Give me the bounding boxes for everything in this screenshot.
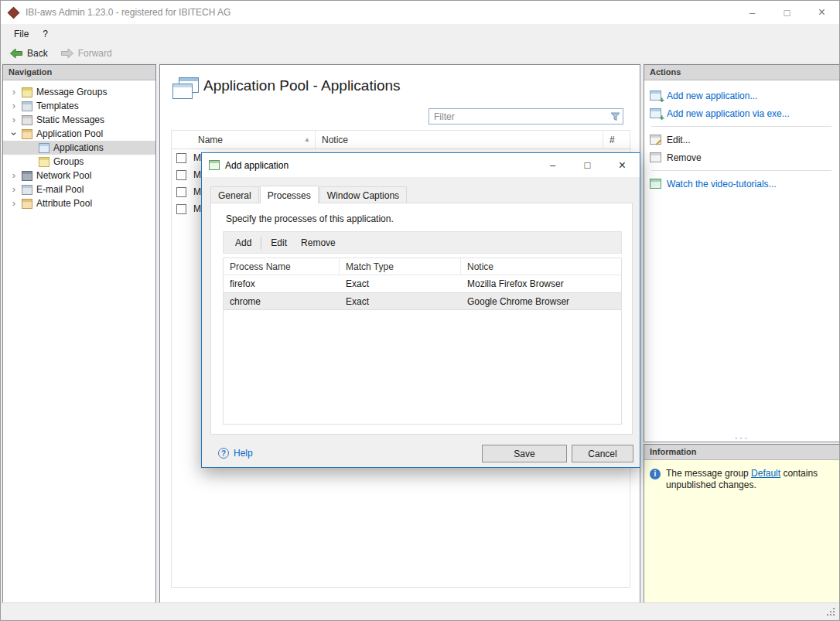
dialog-close-button[interactable]: ×	[605, 153, 640, 177]
filter-funnel-icon[interactable]	[607, 112, 623, 121]
chevron-right-icon[interactable]	[8, 86, 20, 98]
column-header-match-type[interactable]: Match Type	[340, 258, 461, 275]
splitter-handle[interactable]: ···	[735, 434, 750, 442]
list-header: Name ▲ Notice #	[172, 131, 630, 149]
chevron-down-icon[interactable]	[8, 128, 20, 140]
chevron-right-icon[interactable]	[8, 114, 20, 126]
tree-item-applications[interactable]: Applications	[3, 141, 155, 155]
dialog-minimize-button[interactable]: –	[535, 153, 570, 177]
forward-arrow-icon	[60, 48, 74, 59]
applications-page-icon	[172, 77, 199, 99]
filter-box	[429, 108, 623, 125]
notice-cell: Mozilla Firefox Browser	[461, 278, 621, 289]
action-edit[interactable]: Edit...	[650, 131, 839, 148]
attribute-pool-icon	[22, 199, 32, 209]
back-arrow-icon	[9, 48, 23, 59]
tree-item-label: Application Pool	[36, 128, 103, 139]
row-checkbox[interactable]	[176, 204, 186, 214]
default-message-group-link[interactable]: Default	[751, 468, 780, 479]
notice-cell: Google Chrome Browser	[461, 296, 621, 307]
forward-button[interactable]: Forward	[56, 46, 119, 61]
process-row-firefox[interactable]: firefox Exact Mozilla Firefox Browser	[224, 275, 621, 292]
dialog-tabs: General Processes Window Captions	[210, 186, 408, 203]
information-body: i The message group Default contains unp…	[644, 460, 839, 491]
column-header-name[interactable]: Name ▲	[192, 131, 316, 148]
row-checkbox[interactable]	[176, 153, 186, 163]
remove-process-button[interactable]: Remove	[294, 234, 343, 251]
tree-item-label: Message Groups	[36, 87, 107, 97]
info-icon: i	[650, 469, 661, 479]
toolbar-separator	[261, 237, 261, 249]
action-label: Remove	[667, 152, 702, 163]
action-add-new-application-via-exe[interactable]: Add new application via exe...	[650, 104, 839, 122]
email-pool-icon	[22, 185, 32, 195]
row-name: M	[193, 186, 201, 197]
row-checkbox[interactable]	[176, 170, 186, 180]
applications-icon	[39, 143, 50, 153]
tab-processes[interactable]: Processes	[260, 186, 319, 203]
actions-list: Add new application... Add new applicati…	[644, 80, 839, 193]
action-add-new-application[interactable]: Add new application...	[650, 87, 839, 104]
tree-item-label: Static Messages	[36, 114, 104, 125]
help-link[interactable]: ? Help	[218, 448, 253, 459]
dialog-maximize-button[interactable]: □	[570, 153, 605, 177]
chevron-right-icon[interactable]	[8, 100, 20, 112]
navigation-tree: Message Groups Templates Static Messages…	[3, 80, 155, 210]
tree-item-templates[interactable]: Templates	[3, 99, 155, 113]
add-application-icon	[650, 90, 661, 101]
action-watch-video-tutorials[interactable]: Watch the video-tutorials...	[650, 175, 839, 193]
process-row-chrome[interactable]: chrome Exact Google Chrome Browser	[224, 292, 621, 310]
status-bar	[1, 602, 839, 620]
tree-item-label: Applications	[53, 142, 104, 153]
close-button[interactable]: ×	[804, 1, 839, 24]
dialog-title: Add application	[225, 160, 535, 171]
edit-process-button[interactable]: Edit	[264, 234, 294, 251]
tree-item-application-pool[interactable]: Application Pool	[3, 127, 155, 141]
tree-item-email-pool[interactable]: E-mail Pool	[3, 183, 155, 196]
tree-item-label: Attribute Pool	[36, 198, 92, 209]
forward-label: Forward	[78, 48, 112, 59]
menu-file[interactable]: File	[7, 26, 36, 43]
chevron-right-icon[interactable]	[8, 183, 20, 196]
row-checkbox[interactable]	[176, 187, 186, 197]
app-logo-icon	[8, 6, 20, 19]
action-remove[interactable]: Remove	[650, 148, 839, 166]
column-header-process-name[interactable]: Process Name	[224, 258, 340, 275]
tree-item-static-messages[interactable]: Static Messages	[3, 113, 155, 127]
row-name: M	[193, 169, 201, 180]
tab-general[interactable]: General	[210, 186, 259, 203]
tree-item-message-groups[interactable]: Message Groups	[3, 85, 155, 99]
tree-item-groups[interactable]: Groups	[3, 155, 155, 169]
column-label: Name	[198, 135, 223, 145]
help-icon: ?	[218, 448, 229, 459]
action-label: Edit...	[667, 135, 691, 145]
column-label: #	[610, 135, 615, 145]
cancel-button[interactable]: Cancel	[572, 445, 633, 462]
tree-item-attribute-pool[interactable]: Attribute Pool	[3, 196, 155, 210]
tab-window-captions[interactable]: Window Captions	[319, 186, 407, 203]
resize-grip-icon[interactable]	[827, 608, 836, 617]
column-header-count[interactable]: #	[603, 131, 630, 148]
actions-panel: Actions Add new application... Add new a…	[644, 64, 840, 442]
chevron-right-icon[interactable]	[8, 197, 20, 210]
remove-icon	[650, 152, 661, 162]
match-type-cell: Exact	[340, 296, 461, 307]
column-header-notice[interactable]: Notice	[461, 258, 621, 275]
tree-item-network-pool[interactable]: Network Pool	[3, 169, 155, 183]
info-text-before: The message group	[666, 468, 751, 479]
processes-table: Process Name Match Type Notice firefox E…	[223, 258, 622, 425]
maximize-button[interactable]: □	[770, 1, 804, 24]
menu-help[interactable]: ?	[36, 26, 55, 43]
process-name-cell: firefox	[224, 278, 340, 289]
add-process-button[interactable]: Add	[228, 234, 258, 251]
filter-input[interactable]	[429, 111, 607, 122]
minimize-button[interactable]: –	[735, 1, 770, 24]
chevron-right-icon[interactable]	[8, 169, 20, 182]
processes-table-header: Process Name Match Type Notice	[224, 258, 621, 275]
static-messages-icon	[22, 115, 32, 125]
network-pool-icon	[22, 171, 32, 181]
save-button[interactable]: Save	[482, 445, 567, 462]
back-button[interactable]: Back	[5, 46, 55, 61]
information-header: Information	[644, 445, 839, 460]
column-header-notice[interactable]: Notice	[316, 131, 603, 148]
